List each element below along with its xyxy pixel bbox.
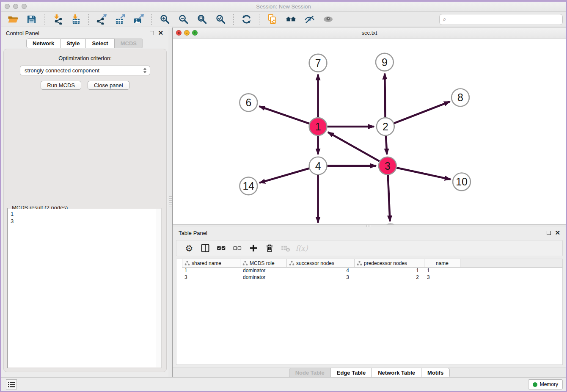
column-header-MCDS-role[interactable]: MCDS role xyxy=(240,259,287,267)
edge-3-11[interactable] xyxy=(388,175,390,222)
close-panel-icon[interactable]: ✕ xyxy=(158,31,163,35)
zoom-selected-icon[interactable] xyxy=(212,13,229,26)
close-panel-icon[interactable]: ✕ xyxy=(555,231,560,235)
result-scrollbar[interactable] xyxy=(156,209,161,367)
memory-button[interactable]: Memory xyxy=(528,379,563,389)
control-panel-tabs: NetworkStyleSelectMCDS xyxy=(1,39,168,48)
result-item[interactable]: 1 xyxy=(11,210,161,218)
import-table-icon[interactable] xyxy=(67,13,84,26)
double-house-icon[interactable] xyxy=(282,13,299,26)
save-session-icon[interactable] xyxy=(23,13,40,26)
node-1[interactable]: 1 xyxy=(309,118,327,135)
nodes-layer: 7968124314101511 xyxy=(239,53,471,224)
select-all-columns-icon[interactable] xyxy=(215,242,228,254)
column-edit-icon xyxy=(184,260,190,266)
search-box[interactable]: ⌕ xyxy=(439,14,563,25)
tab-style[interactable]: Style xyxy=(61,39,86,48)
zoom-fit-icon[interactable] xyxy=(193,13,210,26)
edge-4-14[interactable] xyxy=(259,168,309,183)
float-panel-icon[interactable] xyxy=(547,231,551,235)
close-panel-button[interactable]: Close panel xyxy=(88,81,129,90)
import-network-icon[interactable] xyxy=(49,13,66,26)
run-mcds-button[interactable]: Run MCDS xyxy=(41,81,81,90)
node-4[interactable]: 4 xyxy=(309,157,327,175)
network-view-title: scc.txt xyxy=(173,30,566,36)
cell-MCDS-role[interactable]: dominator xyxy=(240,268,287,274)
result-item[interactable]: 3 xyxy=(11,218,161,225)
cell-shared-name[interactable]: 3 xyxy=(182,274,240,281)
zoom-in-icon[interactable] xyxy=(156,13,173,26)
column-header-shared-name[interactable]: shared name xyxy=(182,259,240,267)
table-row[interactable]: 3dominator323 xyxy=(182,274,562,281)
tab-network[interactable]: Network xyxy=(26,39,61,48)
search-input[interactable] xyxy=(449,16,559,22)
network-canvas[interactable]: 7968124314101511 xyxy=(173,39,566,224)
node-8[interactable]: 8 xyxy=(451,88,469,106)
cell-name[interactable]: 3 xyxy=(424,274,460,281)
node-7[interactable]: 7 xyxy=(309,54,327,72)
column-header-successor-nodes[interactable]: successor nodes xyxy=(287,259,355,267)
show-eye-icon[interactable] xyxy=(319,13,336,26)
column-header-predecessor-nodes[interactable]: predecessor nodes xyxy=(355,259,424,267)
export-image-icon[interactable] xyxy=(130,13,147,26)
vertical-splitter[interactable] xyxy=(168,28,173,377)
tab-edge-table[interactable]: Edge Table xyxy=(331,368,372,378)
export-table-icon[interactable] xyxy=(112,13,129,26)
node-14[interactable]: 14 xyxy=(239,177,257,195)
tab-mcds[interactable]: MCDS xyxy=(115,39,143,48)
toolbar-separator xyxy=(88,14,89,25)
tab-node-table[interactable]: Node Table xyxy=(289,368,331,378)
splitter-grip[interactable] xyxy=(366,225,371,227)
edge-1-6[interactable] xyxy=(259,106,309,124)
node-6[interactable]: 6 xyxy=(239,94,257,111)
column-label: name xyxy=(436,260,449,266)
float-panel-icon[interactable] xyxy=(150,31,154,35)
edge-3-1[interactable] xyxy=(328,132,380,161)
edge-2-8[interactable] xyxy=(394,102,450,123)
node-10[interactable]: 10 xyxy=(453,173,471,191)
table-panel: Table Panel ✕ ⚙f(x) shared nameMCDS role… xyxy=(173,227,566,377)
unselect-all-columns-icon[interactable] xyxy=(231,242,244,254)
node-11[interactable]: 11 xyxy=(382,224,399,224)
cell-predecessor-nodes[interactable]: 2 xyxy=(355,274,424,281)
table-body: 1dominator4113dominator323 xyxy=(176,268,562,281)
edge-2-9[interactable] xyxy=(385,74,385,118)
cell-successor-nodes[interactable]: 3 xyxy=(287,274,355,281)
cell-shared-name[interactable]: 1 xyxy=(182,268,240,274)
cell-successor-nodes[interactable]: 4 xyxy=(287,268,355,274)
node-3[interactable]: 3 xyxy=(379,157,396,175)
column-header-name[interactable]: name xyxy=(424,259,460,267)
mcds-result-list[interactable]: 13 xyxy=(8,209,161,367)
zoom-out-icon[interactable] xyxy=(175,13,192,26)
network-canvas-svg: 7968124314101511 xyxy=(173,39,566,224)
open-session-icon[interactable] xyxy=(4,13,21,26)
svg-text:2: 2 xyxy=(383,121,388,133)
task-history-button[interactable] xyxy=(6,379,17,389)
column-edit-icon xyxy=(289,260,295,266)
node-2[interactable]: 2 xyxy=(377,118,394,135)
tab-motifs[interactable]: Motifs xyxy=(421,368,450,378)
main-toolbar: ⌕ xyxy=(1,12,566,27)
criterion-select[interactable]: strongly connected component xyxy=(20,66,150,75)
cell-predecessor-nodes[interactable]: 1 xyxy=(355,268,424,274)
refresh-layout-icon[interactable] xyxy=(238,13,255,26)
cell-name[interactable]: 1 xyxy=(424,268,460,274)
cell-MCDS-role[interactable]: dominator xyxy=(240,274,287,281)
delete-columns-icon[interactable] xyxy=(263,242,276,254)
svg-text:4: 4 xyxy=(315,160,321,172)
ndex-document-icon[interactable] xyxy=(264,13,281,26)
show-columns-icon[interactable] xyxy=(198,242,212,254)
hide-eye-icon[interactable] xyxy=(301,13,318,26)
edge-2-3[interactable] xyxy=(386,136,387,155)
export-network-icon[interactable] xyxy=(93,13,110,26)
edge-3-10[interactable] xyxy=(396,168,451,179)
splitter-grip[interactable] xyxy=(169,196,172,207)
create-column-icon[interactable] xyxy=(247,242,260,254)
list-icon xyxy=(8,381,15,388)
table-settings-icon[interactable]: ⚙ xyxy=(182,242,196,254)
tab-network-table[interactable]: Network Table xyxy=(372,368,421,378)
table-row[interactable]: 1dominator411 xyxy=(182,268,562,274)
memory-label: Memory xyxy=(540,381,558,387)
tab-select[interactable]: Select xyxy=(86,39,114,48)
node-9[interactable]: 9 xyxy=(376,53,394,71)
